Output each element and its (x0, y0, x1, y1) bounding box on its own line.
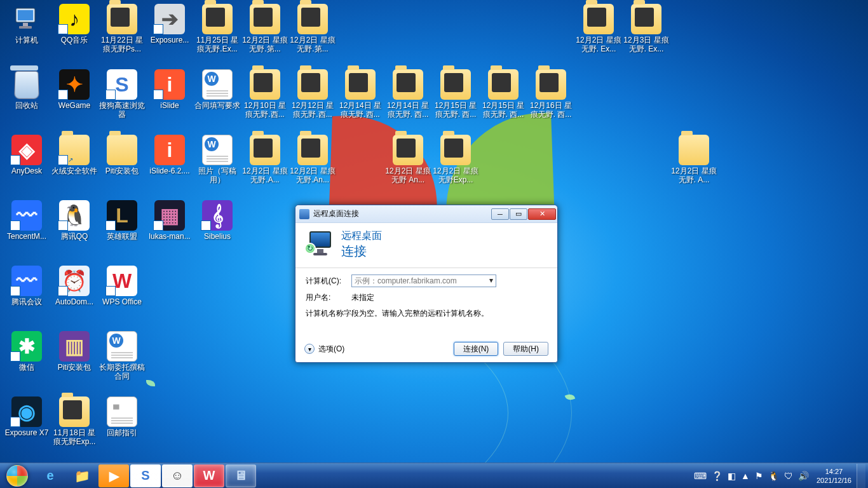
desktop-icon[interactable]: 12月2日 星痕无野. A... (670, 133, 718, 184)
rdp-window: 远程桌面连接 ─ ▭ ✕ ↻ 远程桌面 连接 计算机(C): 示例：comput… (295, 205, 558, 363)
taskbar-ie[interactable]: e (35, 464, 65, 487)
tray-icon[interactable]: 🔊 (796, 471, 811, 481)
desktop-icon-label: Piti安装包 (57, 363, 93, 372)
desktop-icon[interactable]: 12月14日 星痕无野.西... (336, 68, 384, 119)
desktop-icon[interactable]: iiSlide-6.2.... (146, 133, 194, 175)
desktop-icon-label: 12月14日 星痕无野. 西... (384, 101, 432, 119)
desktop-icon[interactable]: ✦WeGame (50, 68, 98, 110)
desktop-icon[interactable]: S搜狗高速浏览器 (98, 68, 146, 119)
taskbar-wps[interactable]: W (194, 464, 224, 487)
maximize-button[interactable]: ▭ (510, 208, 527, 220)
desktop-icon-label: 计算机 (14, 36, 39, 44)
tray-icon[interactable]: 🐧 (766, 471, 782, 481)
rdp-title-icon (299, 209, 309, 219)
help-button[interactable]: 帮助(H) (503, 342, 548, 356)
tray-icon[interactable]: ⚑ (752, 471, 766, 481)
desktop-icon[interactable]: ◉Exposure X7 (3, 395, 51, 437)
desktop-icon[interactable]: ⏰AutoDom... (50, 264, 98, 306)
tray-icon[interactable]: ◧ (725, 471, 738, 481)
username-value: 未指定 (351, 292, 374, 303)
desktop-icon-label: 12月2日 星痕无野Exp... (431, 166, 480, 184)
desktop-icon[interactable]: 计算机 (3, 3, 51, 44)
tray-icon[interactable]: ⌨ (691, 471, 709, 481)
computer-combobox[interactable]: 示例：computer.fabrikam.com (351, 274, 496, 287)
desktop-icon[interactable]: 12月12日 星痕无野.西... (288, 68, 337, 119)
taskbar-media[interactable]: ▶ (98, 464, 129, 487)
desktop-icon-label: 11月22日 星痕无野Ps... (98, 36, 146, 53)
desktop-icon[interactable]: W 合同填写要求 (193, 68, 241, 110)
desktop-icon-label: 12月2日 星痕无野.A... (241, 166, 289, 184)
desktop-icon[interactable]: 12月2日 星痕无野.An... (288, 133, 337, 184)
desktop-icon-label: 12月2日 星痕无野.第... (288, 36, 337, 53)
clock-time: 14:27 (817, 467, 851, 476)
show-desktop-button[interactable] (857, 464, 865, 488)
desktop-icon[interactable]: iiSlide (146, 68, 194, 110)
connect-button[interactable]: 连接(N) (454, 342, 499, 356)
desktop-icon[interactable]: ♪QQ音乐 (50, 3, 98, 44)
rdp-titlebar[interactable]: 远程桌面连接 ─ ▭ ✕ (295, 205, 557, 223)
desktop-icon-label: 照片（写稿用） (193, 166, 241, 184)
desktop-icon[interactable]: ▦lukas-man... (146, 199, 194, 241)
desktop-icon[interactable]: Piti安装包 (98, 133, 146, 175)
taskbar: e📁▶S☺W🖥 ⌨❔◧▲⚑🐧🛡🔊 14:27 2021/12/16 (0, 463, 868, 488)
desktop-icon-label: Sibelius (203, 232, 232, 241)
desktop-icon-label: 11月18日 星痕无野Exp... (50, 428, 98, 446)
desktop-icon-label: QQ音乐 (60, 36, 90, 44)
desktop-icon[interactable]: ≣ 回邮指引 (98, 395, 146, 437)
options-toggle[interactable]: ▾ 选项(O) (304, 344, 449, 355)
desktop-icon-label: 火绒安全软件 (50, 166, 98, 175)
desktop-icon[interactable]: L英雄联盟 (98, 199, 146, 241)
tray-icon[interactable]: 🛡 (782, 471, 796, 481)
rdp-title: 远程桌面连接 (313, 208, 491, 219)
desktop-icon[interactable]: 🐧腾讯QQ (50, 199, 98, 241)
desktop-icon[interactable]: ▥Piti安装包 (50, 330, 98, 372)
taskbar-explorer[interactable]: 📁 (67, 464, 97, 487)
desktop-icon[interactable]: 11月22日 星痕无野Ps... (98, 3, 146, 53)
desktop-icon-label: 12月3日 星痕无野. Ex... (622, 36, 670, 53)
desktop-icon[interactable]: 12月2日 星痕无野.第... (241, 3, 289, 53)
tray-icon[interactable]: ❔ (709, 471, 725, 481)
desktop-icon[interactable]: ◈AnyDesk (3, 133, 51, 175)
desktop-icon[interactable]: 12月15日 星痕无野. 西... (479, 68, 527, 119)
taskbar-clock[interactable]: 14:27 2021/12/16 (811, 467, 857, 485)
desktop-icon[interactable]: 回收站 (3, 68, 51, 110)
desktop-icon[interactable]: 11月18日 星痕无野Exp... (50, 395, 98, 446)
desktop-icon[interactable]: 12月2日 星痕无野 An... (384, 133, 432, 184)
close-button[interactable]: ✕ (528, 208, 556, 220)
desktop-icon[interactable]: 12月2日 星痕无野.A... (241, 133, 289, 184)
desktop-icon-label: 合同填写要求 (193, 101, 241, 110)
desktop-icon[interactable]: 11月25日 星痕无野.Ex... (193, 3, 241, 53)
start-button[interactable] (0, 463, 34, 489)
taskbar-avatar[interactable]: ☺ (162, 464, 193, 487)
desktop-icon[interactable]: 12月14日 星痕无野. 西... (384, 68, 432, 119)
desktop-icon-label: 12月2日 星痕无野.An... (288, 166, 337, 184)
desktop-icon[interactable]: 12月3日 星痕无野. Ex... (622, 3, 670, 53)
desktop-icon[interactable]: ➔Exposure... (146, 3, 194, 44)
desktop-icon-label: 回邮指引 (105, 428, 139, 437)
rdp-message: 计算机名称字段为空。请输入完整的远程计算机名称。 (306, 308, 547, 319)
desktop-icon[interactable]: 火绒安全软件 (50, 133, 98, 175)
desktop-icon[interactable]: 〰TencentM... (3, 199, 51, 241)
desktop-icon[interactable]: 12月2日 星痕无野.第... (288, 3, 337, 53)
desktop-icon[interactable]: W 照片（写稿用） (193, 133, 241, 184)
desktop-icon[interactable]: 𝄞Sibelius (193, 199, 241, 241)
desktop-icon-label: WPS Office (101, 297, 143, 306)
desktop-icon-label: lukas-man... (147, 232, 191, 241)
taskbar-rdp[interactable]: 🖥 (226, 464, 256, 487)
minimize-button[interactable]: ─ (491, 208, 509, 220)
desktop-icon[interactable]: 〰腾讯会议 (3, 264, 51, 306)
desktop-icon[interactable]: 12月15日 星痕无野. 西... (431, 68, 480, 119)
desktop-icon[interactable]: 12月2日 星痕无野Exp... (431, 133, 480, 184)
taskbar-sogou[interactable]: S (130, 464, 161, 487)
desktop-icon[interactable]: 12月2日 星痕无野. Ex... (574, 3, 623, 53)
tray-icon[interactable]: ▲ (738, 471, 752, 481)
desktop-icon[interactable]: WWPS Office (98, 264, 146, 306)
desktop-icon-label: 回收站 (14, 101, 39, 110)
desktop-icon[interactable]: ✱微信 (3, 330, 51, 372)
desktop-icon[interactable]: 12月16日 星痕无野. 西... (527, 68, 575, 119)
desktop-icon[interactable]: 12月10日 星痕无野.西... (241, 68, 289, 119)
desktop-icon-label: 12月2日 星痕无野.第... (241, 36, 289, 53)
options-label: 选项(O) (318, 344, 344, 355)
desktop-icon-label: 12月2日 星痕无野. Ex... (574, 36, 623, 53)
desktop-icon[interactable]: W 长期委托撰稿合同 (98, 330, 146, 381)
